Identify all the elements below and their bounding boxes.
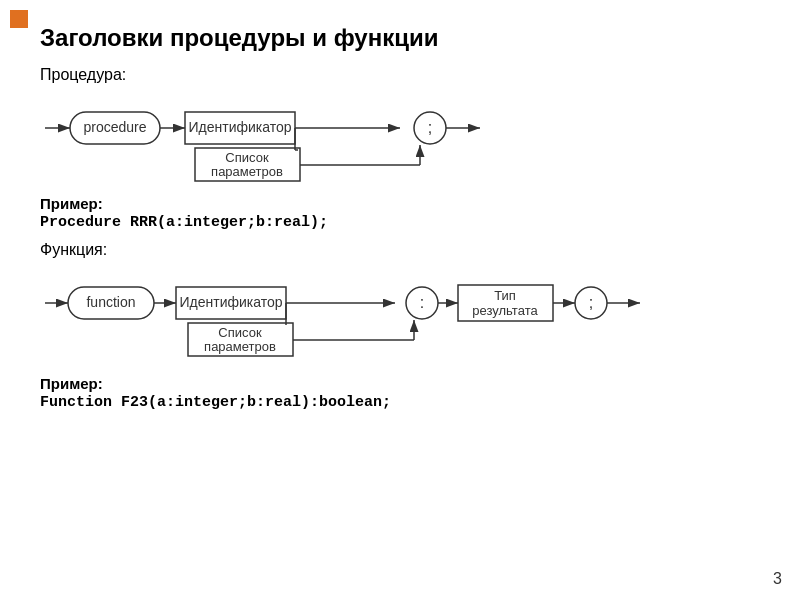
example2-block: Пример: Function F23(a:integer;b:real):b…: [40, 375, 770, 411]
svg-text:Список: Список: [218, 325, 262, 340]
function-diagram: function Идентификатор Список параметров…: [40, 265, 760, 365]
function-svg: function Идентификатор Список параметров…: [40, 265, 760, 365]
example2-title: Пример:: [40, 375, 770, 392]
svg-text:function: function: [86, 294, 135, 310]
procedure-diagram: procedure Идентификатор Список параметро…: [40, 90, 600, 185]
slide: Заголовки процедуры и функции Процедура:: [0, 0, 800, 600]
function-label: Функция:: [40, 241, 770, 259]
page-number: 3: [773, 570, 782, 588]
example2-code: Function F23(a:integer;b:real):boolean;: [40, 394, 770, 411]
page-title: Заголовки процедуры и функции: [40, 20, 770, 52]
example1-code: Procedure RRR(a:integer;b:real);: [40, 214, 770, 231]
svg-text:procedure: procedure: [83, 119, 146, 135]
svg-text:результата: результата: [472, 303, 538, 318]
example2-title-bold: Пример: [40, 375, 98, 392]
example2-title-rest: :: [98, 375, 103, 392]
top-decoration: [10, 10, 28, 28]
procedure-svg: procedure Идентификатор Список параметро…: [40, 90, 600, 185]
procedure-label: Процедура:: [40, 66, 770, 84]
example1-title-bold: Пример: [40, 195, 98, 212]
svg-text:;: ;: [428, 119, 432, 136]
example1-title: Пример:: [40, 195, 770, 212]
example1-title-rest: :: [98, 195, 103, 212]
example1-block: Пример: Procedure RRR(a:integer;b:real);: [40, 195, 770, 231]
svg-text:Список: Список: [225, 150, 269, 165]
svg-text:Идентификатор: Идентификатор: [188, 119, 291, 135]
svg-text:Идентификатор: Идентификатор: [179, 294, 282, 310]
svg-text:;: ;: [589, 294, 593, 311]
svg-text:Тип: Тип: [494, 288, 516, 303]
svg-text:параметров: параметров: [211, 164, 283, 179]
svg-text::: :: [420, 294, 424, 311]
svg-text:параметров: параметров: [204, 339, 276, 354]
